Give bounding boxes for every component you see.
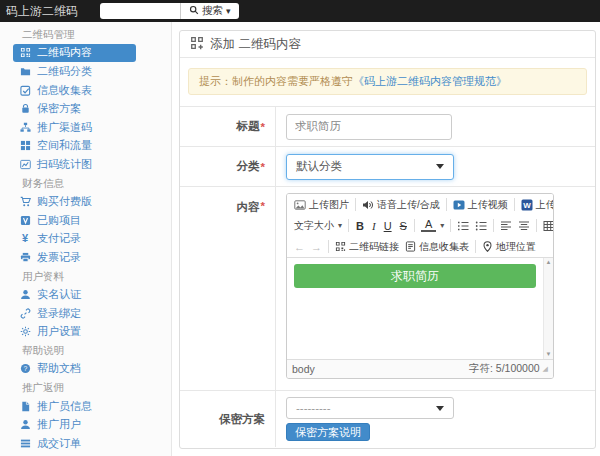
- svg-text:W: W: [523, 201, 531, 210]
- divider: [328, 240, 329, 253]
- align-left-button[interactable]: [497, 220, 515, 232]
- brand-link[interactable]: 码上游二维码: [6, 3, 78, 20]
- divider: [355, 198, 356, 211]
- question-circle-icon: ?: [19, 363, 31, 375]
- audio-upload-button[interactable]: 语音上传/合成: [359, 198, 443, 212]
- file-icon: [19, 400, 31, 412]
- upload-doc-button[interactable]: W 上传文档: [518, 198, 553, 212]
- title-label: 标题*: [180, 107, 276, 146]
- sidebar-item-user-settings[interactable]: 用户设置: [13, 323, 136, 342]
- gear-icon: [19, 326, 31, 338]
- video-icon: [453, 199, 465, 211]
- sidebar-item-login-binding[interactable]: 登录绑定: [13, 304, 136, 323]
- user-icon: [19, 419, 31, 431]
- italic-button[interactable]: I: [368, 220, 380, 232]
- link-icon: [19, 307, 31, 319]
- panel-heading: 添加 二维码内容: [180, 31, 595, 58]
- sidebar-item-label: 信息收集表: [37, 83, 92, 98]
- sidebar-item-privacy-plan[interactable]: 保密方案: [13, 99, 136, 118]
- folder-icon: [19, 65, 31, 77]
- required-mark: *: [261, 200, 265, 212]
- content-rules-link[interactable]: 《码上游二维码内容管理规范》: [353, 74, 507, 89]
- user-icon: [19, 289, 31, 301]
- privacy-plan-info-button[interactable]: 保密方案说明: [286, 423, 370, 441]
- sidebar-item-promoter-info[interactable]: 推广员信息: [13, 397, 136, 416]
- insert-table-button[interactable]: ▾: [540, 220, 553, 232]
- sidebar-item-label: 推广渠道码: [37, 120, 92, 135]
- divider: [348, 219, 349, 232]
- privacy-select-value: ---------: [296, 402, 330, 414]
- sidebar-item-promo-channel-code[interactable]: 推广渠道码: [13, 118, 136, 137]
- sidebar-item-purchased-projects[interactable]: 已购项目: [13, 211, 136, 230]
- sidebar-item-label: 保密方案: [37, 101, 81, 116]
- qrcode-link-button[interactable]: 二维码链接: [332, 240, 402, 254]
- editor-body[interactable]: 求职简历 ▲ ▼: [287, 258, 553, 359]
- check-square-icon: [19, 84, 31, 96]
- unordered-list-button[interactable]: [472, 220, 490, 232]
- sidebar-item-help-docs[interactable]: ? 帮助文档: [13, 360, 136, 379]
- sidebar-item-payment-records[interactable]: ¥ 支付记录: [13, 230, 136, 249]
- navbar-search-input[interactable]: [100, 3, 180, 19]
- sidebar-item-info-collection-form[interactable]: 信息收集表: [13, 81, 136, 100]
- info-form-button[interactable]: 信息收集表: [402, 240, 472, 254]
- editor-content-banner[interactable]: 求职简历: [294, 264, 536, 288]
- align-center-button[interactable]: [515, 220, 533, 232]
- upload-image-button[interactable]: 上传图片: [291, 198, 352, 212]
- sidebar-item-label: 帮助文档: [37, 361, 81, 376]
- navbar-search-button[interactable]: 搜索 ▾: [180, 3, 239, 19]
- main-content: 添加 二维码内容 提示：制作的内容需要严格遵守《码上游二维码内容管理规范》 标题…: [172, 22, 600, 456]
- app-window: 码上游二维码 搜索 ▾ 二维码管理 二维码内容 二维码分类 信息收集: [0, 0, 600, 456]
- lock-icon: [19, 103, 31, 115]
- resize-grip-icon[interactable]: ◢: [543, 365, 548, 373]
- sidebar-item-label: 用户设置: [37, 324, 81, 339]
- sidebar-item-qrcode-content[interactable]: 二维码内容: [13, 44, 136, 63]
- sidebar-section-user-profile: 用户资料: [0, 267, 171, 286]
- add-content-form: 标题* 分类* 默认分类: [180, 106, 595, 447]
- sidebar-item-qrcode-category[interactable]: 二维码分类: [13, 62, 136, 81]
- sidebar-section-help: 帮助说明: [0, 341, 171, 360]
- caret-down-icon: ▾: [440, 221, 444, 230]
- editor-scrollbar[interactable]: ▲ ▼: [543, 258, 553, 359]
- sidebar-item-space-traffic[interactable]: 空间和流量: [13, 137, 136, 156]
- divider: [475, 240, 476, 253]
- undo-button[interactable]: ←: [291, 241, 308, 253]
- upload-video-button[interactable]: 上传视频: [450, 198, 511, 212]
- location-button[interactable]: 地理位置: [479, 240, 539, 254]
- element-path[interactable]: body: [292, 363, 315, 375]
- sidebar-item-label: 空间和流量: [37, 138, 92, 153]
- speaker-icon: [362, 199, 374, 211]
- privacy-select[interactable]: ---------: [286, 397, 454, 419]
- font-size-dropdown[interactable]: 文字大小 ▾: [291, 219, 345, 233]
- qrcode-plus-icon: [190, 36, 204, 53]
- ordered-list-button[interactable]: [454, 220, 472, 232]
- sidebar-item-invoice-records[interactable]: 发票记录: [13, 248, 136, 267]
- notice-alert: 提示：制作的内容需要严格遵守《码上游二维码内容管理规范》: [188, 68, 587, 95]
- sidebar-item-closed-orders[interactable]: 成交订单: [13, 434, 136, 453]
- scroll-up-icon[interactable]: ▲: [546, 259, 552, 266]
- search-button-label: 搜索: [202, 4, 223, 18]
- underline-button[interactable]: U: [380, 220, 396, 232]
- font-color-button[interactable]: A ▾: [418, 219, 447, 232]
- sidebar-section-qrcode-management: 二维码管理: [0, 25, 171, 44]
- sidebar: 二维码管理 二维码内容 二维码分类 信息收集表 保密方案 推广渠道码: [0, 22, 172, 456]
- category-select[interactable]: 默认分类: [286, 154, 454, 180]
- image-icon: [294, 199, 306, 211]
- bold-button[interactable]: B: [352, 220, 368, 232]
- strikethrough-button[interactable]: S: [396, 220, 411, 232]
- yen-icon: ¥: [19, 233, 31, 245]
- category-label: 分类*: [180, 147, 276, 186]
- title-input[interactable]: [286, 114, 452, 140]
- required-mark: *: [261, 161, 265, 173]
- scroll-down-icon[interactable]: ▼: [546, 351, 552, 358]
- search-icon: [189, 5, 199, 17]
- divider: [450, 219, 451, 232]
- alert-text: 提示：制作的内容需要严格遵守: [199, 74, 353, 89]
- table-icon: [543, 220, 553, 232]
- sidebar-item-real-name-auth[interactable]: 实名认证: [13, 285, 136, 304]
- align-center-icon: [518, 220, 530, 232]
- sidebar-item-promo-users[interactable]: 推广用户: [13, 415, 136, 434]
- redo-button[interactable]: →: [308, 241, 325, 253]
- caret-down-icon: ▾: [226, 6, 231, 16]
- sidebar-item-buy-paid-version[interactable]: 购买付费版: [13, 192, 136, 211]
- sidebar-item-scan-stats[interactable]: 扫码统计图: [13, 155, 136, 174]
